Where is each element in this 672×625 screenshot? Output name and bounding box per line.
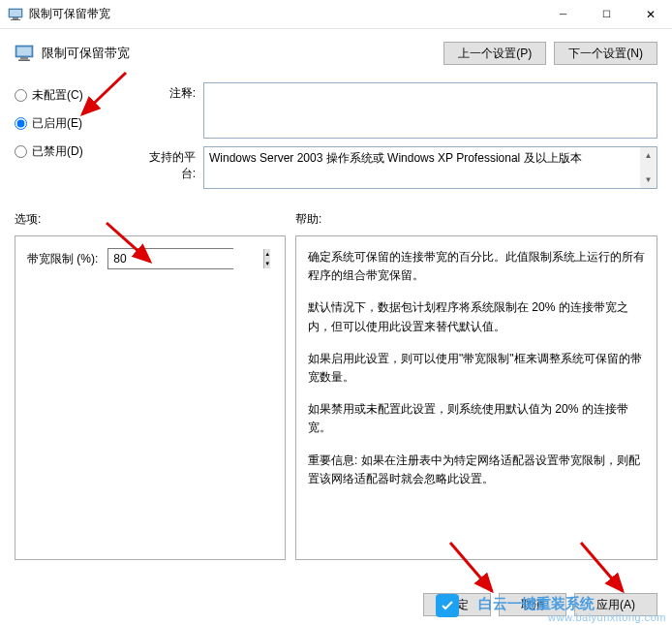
radio-enabled-label[interactable]: 已启用(E) bbox=[32, 115, 82, 132]
config-area: 未配置(C) 已启用(E) 已禁用(D) 注释: 支持的平台: Windows … bbox=[0, 82, 672, 197]
help-paragraph: 确定系统可保留的连接带宽的百分比。此值限制系统上运行的所有程序的组合带宽保留。 bbox=[308, 248, 645, 285]
platform-text: Windows Server 2003 操作系统或 Windows XP Pro… bbox=[209, 151, 582, 165]
spinner-up-button[interactable]: ▲ bbox=[264, 249, 270, 259]
scroll-down-icon[interactable]: ▼ bbox=[640, 172, 657, 188]
help-paragraph: 如果启用此设置，则可以使用"带宽限制"框来调整系统可保留的带宽数量。 bbox=[308, 350, 645, 387]
radio-not-configured-label[interactable]: 未配置(C) bbox=[32, 87, 83, 104]
bandwidth-spinner: ▲ ▼ bbox=[107, 248, 233, 269]
svg-rect-1 bbox=[10, 10, 21, 16]
radio-enabled[interactable] bbox=[15, 117, 27, 130]
window-icon bbox=[8, 7, 23, 22]
scroll-up-icon[interactable]: ▲ bbox=[640, 147, 657, 164]
bandwidth-limit-label: 带宽限制 (%): bbox=[27, 251, 98, 267]
bandwidth-input[interactable] bbox=[108, 249, 263, 268]
section-labels: 选项: 帮助: bbox=[0, 211, 672, 228]
radio-group: 未配置(C) 已启用(E) 已禁用(D) bbox=[15, 82, 116, 197]
platform-box: Windows Server 2003 操作系统或 Windows XP Pro… bbox=[203, 146, 657, 189]
help-paragraph: 默认情况下，数据包计划程序将系统限制在 20% 的连接带宽之内，但可以使用此设置… bbox=[308, 298, 645, 335]
window-title: 限制可保留带宽 bbox=[29, 6, 541, 22]
platform-scrollbar[interactable]: ▲ ▼ bbox=[640, 147, 657, 188]
options-panel: 带宽限制 (%): ▲ ▼ bbox=[15, 235, 286, 560]
svg-rect-7 bbox=[18, 60, 30, 62]
close-button[interactable]: ✕ bbox=[628, 0, 672, 28]
panels: 带宽限制 (%): ▲ ▼ 确定系统可保留的连接带宽的百分比。此值限制系统上运行… bbox=[0, 235, 672, 560]
svg-rect-6 bbox=[20, 57, 28, 60]
policy-title: 限制可保留带宽 bbox=[42, 45, 436, 62]
radio-disabled-label[interactable]: 已禁用(D) bbox=[32, 143, 83, 160]
watermark-url: www.baiyunxitong.com bbox=[548, 611, 666, 623]
comment-input[interactable] bbox=[203, 82, 657, 139]
svg-rect-5 bbox=[17, 47, 32, 56]
window-titlebar: 限制可保留带宽 ─ ☐ ✕ bbox=[0, 0, 672, 29]
svg-rect-3 bbox=[11, 19, 20, 20]
window-controls: ─ ☐ ✕ bbox=[541, 0, 672, 28]
help-paragraph: 重要信息: 如果在注册表中为特定网络适配器设置带宽限制，则配置该网络适配器时就会… bbox=[308, 452, 645, 488]
maximize-button[interactable]: ☐ bbox=[585, 0, 628, 28]
header-bar: 限制可保留带宽 上一个设置(P) 下一个设置(N) bbox=[0, 34, 672, 73]
help-section-label: 帮助: bbox=[295, 211, 321, 228]
help-panel: 确定系统可保留的连接带宽的百分比。此值限制系统上运行的所有程序的组合带宽保留。 … bbox=[295, 235, 657, 560]
help-paragraph: 如果禁用或未配置此设置，则系统使用默认值为 20% 的连接带宽。 bbox=[308, 400, 645, 437]
comment-label: 注释: bbox=[136, 82, 203, 139]
spinner-down-button[interactable]: ▼ bbox=[264, 259, 270, 268]
minimize-button[interactable]: ─ bbox=[541, 0, 585, 28]
prev-setting-button[interactable]: 上一个设置(P) bbox=[443, 42, 546, 65]
radio-disabled[interactable] bbox=[15, 145, 27, 158]
next-setting-button[interactable]: 下一个设置(N) bbox=[554, 42, 657, 65]
svg-rect-2 bbox=[13, 17, 18, 19]
platform-label: 支持的平台: bbox=[136, 146, 203, 189]
options-section-label: 选项: bbox=[15, 211, 295, 228]
policy-icon bbox=[15, 44, 34, 63]
watermark-badge-icon bbox=[436, 594, 459, 617]
radio-not-configured[interactable] bbox=[15, 89, 27, 102]
